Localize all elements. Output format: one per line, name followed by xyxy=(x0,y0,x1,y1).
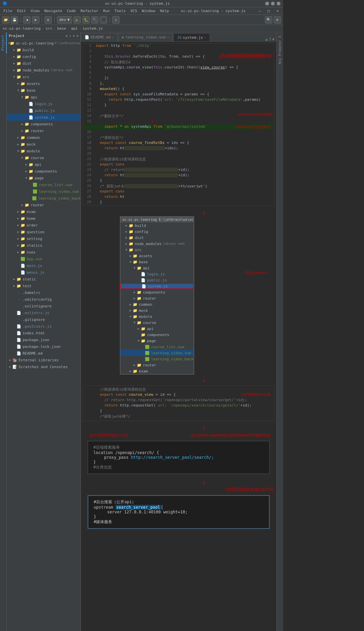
back-btn[interactable]: ◀ xyxy=(23,16,31,24)
menu-run[interactable]: Run xyxy=(101,8,112,14)
key-promoter-tab[interactable]: Key Promoter X xyxy=(277,34,282,66)
run-config-dropdown[interactable]: dev ▼ xyxy=(57,16,72,24)
menu-view[interactable]: View xyxy=(29,8,42,14)
tree-mock[interactable]: ▶ 📁 mock xyxy=(7,141,81,148)
sidebar-icon-3[interactable]: ≡ xyxy=(73,34,75,38)
breadcrumb-part-4[interactable]: system.js xyxy=(83,26,103,31)
tab-readme-close[interactable]: ✕ xyxy=(112,36,114,39)
vcs-btn[interactable]: ↕ xyxy=(112,16,120,24)
toolbar-extra-btn[interactable]: ⚙ xyxy=(44,16,52,24)
tree-common[interactable]: ▶ 📁 common xyxy=(7,134,81,141)
search-everywhere-btn[interactable]: 🔍 xyxy=(265,16,272,24)
tree-course-list[interactable]: ▶ 🟩 course_list.vue xyxy=(7,181,81,188)
close-btn[interactable] xyxy=(277,2,280,5)
tree-order[interactable]: ▶ 📁 order xyxy=(7,222,81,229)
editor-scroll-up[interactable]: ▲ xyxy=(266,37,268,41)
tree-babelrc[interactable]: ▶ · .babelrc xyxy=(7,289,81,296)
tree-scratches[interactable]: ▶ 📝 Scratches and Consoles xyxy=(7,363,81,370)
nginx-link[interactable]: http://search_server_pool/search/; xyxy=(131,455,214,460)
breadcrumb-part-3[interactable]: api xyxy=(71,26,78,31)
sidebar-icon-2[interactable]: ↕ xyxy=(69,34,71,38)
tree-setting[interactable]: ▶ 📁 setting xyxy=(7,235,81,242)
restore-icon[interactable]: □ xyxy=(266,8,272,14)
tree-readme[interactable]: ▶ 📄 README.md xyxy=(7,350,81,357)
tree-node-modules[interactable]: ▶ 📁 node_modules library root xyxy=(7,67,81,73)
tree-gitignore[interactable]: ▶ · .gitignore xyxy=(7,316,81,323)
breadcrumb-part-2[interactable]: base xyxy=(57,26,66,31)
tab-system-close[interactable]: ✕ xyxy=(204,36,206,39)
sidebar-icon-1[interactable]: ⊕ xyxy=(66,34,68,38)
tree-app-vue[interactable]: ▶ 🟩 App.vue xyxy=(7,256,81,262)
close-icon[interactable]: ✕ xyxy=(274,8,281,14)
tree-main-js[interactable]: ▶ 📄 main.js xyxy=(7,262,81,269)
tree-module[interactable]: ▼ 📁 module xyxy=(7,148,81,154)
tree-learning-video-back[interactable]: ▶ 🟩 learning_video_back xyxy=(7,195,81,202)
menu-navigate[interactable]: Navigate xyxy=(42,8,64,14)
breadcrumb-part-0[interactable]: xc-ui-pc-leanring xyxy=(3,26,41,31)
tree-static[interactable]: ▶ 📁 static xyxy=(7,276,81,282)
tree-vuex[interactable]: ▶ 📁 vuex xyxy=(7,249,81,256)
menu-edit[interactable]: Edit xyxy=(15,8,28,14)
tree-eslintignore[interactable]: ▶ · .eslintignore xyxy=(7,303,81,309)
tree-assets[interactable]: ▶ 📁 assets xyxy=(7,80,81,87)
tree-components[interactable]: ▶ 📁 components xyxy=(7,121,81,127)
editor-scroll-down[interactable]: ▼ xyxy=(272,37,274,41)
debug-btn[interactable]: 🐛 xyxy=(82,16,90,24)
settings-btn[interactable]: ⚙ xyxy=(274,16,281,24)
menu-file[interactable]: File xyxy=(1,8,14,14)
minimize-btn[interactable] xyxy=(265,2,269,5)
menu-code[interactable]: Code xyxy=(65,8,78,14)
tree-src[interactable]: ▼ 📁 src xyxy=(7,73,81,80)
tree-root[interactable]: ▼ 📁 xc-ui-pc-leanring E:\jetbrain\ws\xc xyxy=(7,40,81,47)
tree-config[interactable]: ▶ 📁 config xyxy=(7,53,81,60)
tree-postcssrc[interactable]: ▶ 📄 .postcssrc.js xyxy=(7,323,81,330)
tree-api[interactable]: ▼ 📁 api xyxy=(7,94,81,100)
stop-btn[interactable]: ⬛ xyxy=(100,16,107,24)
run-btn[interactable]: ▶ xyxy=(73,16,81,24)
build-btn[interactable]: 🔨 xyxy=(91,16,98,24)
menu-vcs[interactable]: VCS xyxy=(128,8,139,14)
tree-statics[interactable]: ▶ 📁 statics xyxy=(7,242,81,249)
tree-question[interactable]: ▶ 📁 question xyxy=(7,229,81,235)
tab-system-js[interactable]: JS system.js ✕ xyxy=(173,33,210,41)
menu-help[interactable]: Help xyxy=(158,8,171,14)
sidebar-icon-4[interactable]: ⚙ xyxy=(76,34,79,38)
tree-page[interactable]: ▼ 📁 page xyxy=(7,175,81,181)
tree-learning-video[interactable]: ▶ 🟩 learning_video.vue xyxy=(7,188,81,195)
minimize-icon[interactable]: — xyxy=(256,8,263,14)
tree-build[interactable]: ▶ 📁 build xyxy=(7,47,81,53)
tree-router[interactable]: ▶ 📁 router xyxy=(7,127,81,134)
tree-system-js[interactable]: ▶ 📄 system.js xyxy=(7,114,81,121)
breadcrumb-part-1[interactable]: src xyxy=(46,26,52,31)
project-tab[interactable]: Project xyxy=(0,32,7,53)
open-recent-btn[interactable]: 📁 xyxy=(2,16,9,24)
tab-learning-video[interactable]: ▶ learning_video.vue ✕ xyxy=(118,33,173,41)
tree-course-api[interactable]: ▶ 📁 api xyxy=(7,161,81,168)
tree-index-html[interactable]: ▶ 📄 index.html xyxy=(7,330,81,336)
tree-home[interactable]: ▶ 📁 home xyxy=(7,215,81,222)
tree-menus-js[interactable]: ▶ 📄 menus.js xyxy=(7,269,81,276)
window-controls[interactable] xyxy=(265,2,280,5)
tree-exam[interactable]: ▶ 📁 exam xyxy=(7,208,81,215)
tree-package-json[interactable]: ▶ 📄 package.json xyxy=(7,336,81,343)
restore-btn[interactable] xyxy=(271,2,275,5)
save-btn[interactable]: 💾 xyxy=(11,16,18,24)
tree-eslintrc[interactable]: ▶ 📄 .eslintrc.js xyxy=(7,309,81,316)
tree-ext-libs[interactable]: ▶ 📚 External Libraries xyxy=(7,357,81,363)
forward-btn[interactable]: ▶ xyxy=(32,16,39,24)
tree-package-lock[interactable]: ▶ 📄 package-lock.json xyxy=(7,343,81,350)
tree-login-js[interactable]: ▶ 📄 login.js xyxy=(7,100,81,107)
menu-refactor[interactable]: Refactor xyxy=(79,8,100,14)
tree-course[interactable]: ▼ 📁 course xyxy=(7,154,81,161)
tree-dist[interactable]: ▶ 📁 dist xyxy=(7,60,81,67)
menu-window[interactable]: Window xyxy=(140,8,157,14)
tab-readme[interactable]: 📄 README.md ✕ xyxy=(81,33,118,41)
tree-test[interactable]: ▶ 📁 test xyxy=(7,282,81,289)
menu-tools[interactable]: Tools xyxy=(113,8,128,14)
tab-learning-close[interactable]: ✕ xyxy=(167,36,169,39)
tree-editorconfig[interactable]: ▶ · .editorconfig xyxy=(7,296,81,303)
editor-content[interactable]: 1 import http from './http' 2 3 this.$ro… xyxy=(81,42,276,631)
tree-module-router[interactable]: ▶ 📁 router xyxy=(7,202,81,208)
tree-base[interactable]: ▼ 📁 base xyxy=(7,87,81,94)
tree-public-js[interactable]: ▶ 📄 public.js xyxy=(7,107,81,114)
